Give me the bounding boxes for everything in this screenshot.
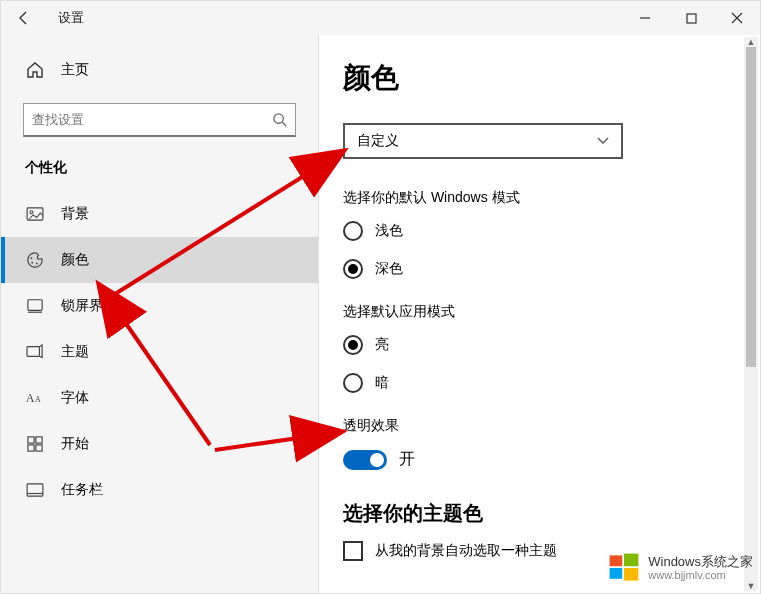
svg-rect-25: [610, 568, 623, 579]
home-icon: [25, 61, 45, 79]
svg-point-8: [36, 263, 38, 265]
transparency-toggle[interactable]: [343, 450, 387, 470]
toggle-state-label: 开: [399, 449, 415, 470]
sidebar-item-label: 颜色: [61, 251, 89, 269]
svg-rect-11: [27, 347, 39, 357]
radio-label: 暗: [375, 374, 389, 392]
radio-label: 浅色: [375, 222, 403, 240]
vertical-scrollbar[interactable]: ▲ ▼: [744, 37, 758, 591]
home-label: 主页: [61, 61, 89, 79]
sidebar-item-start[interactable]: 开始: [1, 421, 318, 467]
arrow-left-icon: [16, 10, 32, 26]
windows-mode-light-radio[interactable]: 浅色: [343, 221, 736, 241]
theme-icon: [25, 344, 45, 360]
windows-mode-group: 选择你的默认 Windows 模式 浅色 深色: [343, 189, 736, 279]
app-mode-label: 选择默认应用模式: [343, 303, 736, 321]
dropdown-value: 自定义: [357, 132, 399, 150]
minimize-icon: [639, 12, 651, 24]
watermark: Windows系统之家 www.bjjmlv.com: [606, 550, 753, 586]
sidebar-item-taskbar[interactable]: 任务栏: [1, 467, 318, 513]
settings-window: 设置 主页 个性化: [0, 0, 761, 594]
search-icon: [272, 112, 287, 127]
sidebar-item-themes[interactable]: 主题: [1, 329, 318, 375]
accent-label: 选择你的主题色: [343, 500, 736, 527]
svg-rect-1: [687, 14, 696, 23]
svg-rect-23: [610, 555, 623, 566]
close-button[interactable]: [714, 1, 760, 35]
sidebar-item-label: 背景: [61, 205, 89, 223]
svg-text:A: A: [26, 392, 35, 404]
svg-point-2: [274, 114, 283, 123]
font-icon: AA: [25, 390, 45, 406]
maximize-icon: [686, 13, 697, 24]
radio-icon: [343, 221, 363, 241]
window-title: 设置: [58, 9, 84, 27]
windows-mode-label: 选择你的默认 Windows 模式: [343, 189, 736, 207]
transparency-toggle-row: 开: [343, 449, 736, 470]
svg-rect-18: [27, 484, 43, 496]
svg-rect-24: [624, 554, 638, 567]
radio-label: 深色: [375, 260, 403, 278]
search-box[interactable]: [23, 103, 296, 137]
sidebar-item-lockscreen[interactable]: 锁屏界面: [1, 283, 318, 329]
sidebar-item-label: 任务栏: [61, 481, 103, 499]
svg-rect-17: [36, 445, 42, 451]
radio-icon: [343, 373, 363, 393]
svg-line-3: [282, 122, 286, 126]
chevron-down-icon: [597, 137, 609, 145]
search-input[interactable]: [32, 112, 272, 127]
sidebar-item-background[interactable]: 背景: [1, 191, 318, 237]
scrollbar-thumb[interactable]: [746, 47, 756, 367]
sidebar: 主页 个性化 背景 颜色: [1, 35, 319, 593]
watermark-brand: Windows系统之家: [648, 555, 753, 569]
minimize-button[interactable]: [622, 1, 668, 35]
radio-icon: [343, 335, 363, 355]
picture-icon: [25, 207, 45, 221]
page-title: 颜色: [343, 59, 736, 97]
svg-rect-9: [28, 300, 42, 311]
sidebar-item-label: 主题: [61, 343, 89, 361]
maximize-button[interactable]: [668, 1, 714, 35]
title-bar: 设置: [1, 1, 760, 35]
back-button[interactable]: [1, 1, 46, 35]
radio-icon: [343, 259, 363, 279]
svg-point-5: [30, 211, 33, 214]
svg-rect-14: [28, 437, 34, 443]
category-label: 个性化: [1, 159, 318, 191]
home-link[interactable]: 主页: [1, 49, 318, 91]
transparency-group: 透明效果 开: [343, 417, 736, 470]
main-content: 颜色 自定义 选择你的默认 Windows 模式 浅色 深色: [319, 35, 760, 593]
sidebar-item-label: 开始: [61, 435, 89, 453]
close-icon: [731, 12, 743, 24]
svg-rect-15: [36, 437, 42, 443]
svg-point-6: [31, 257, 33, 259]
transparency-label: 透明效果: [343, 417, 736, 435]
color-mode-dropdown[interactable]: 自定义: [343, 123, 623, 159]
lock-screen-icon: [25, 298, 45, 314]
taskbar-icon: [25, 483, 45, 497]
svg-rect-26: [624, 568, 638, 581]
start-icon: [25, 436, 45, 452]
svg-point-7: [31, 262, 33, 264]
palette-icon: [25, 251, 45, 269]
checkbox-label: 从我的背景自动选取一种主题: [375, 542, 557, 560]
svg-rect-16: [28, 445, 34, 451]
sidebar-item-fonts[interactable]: AA 字体: [1, 375, 318, 421]
windows-mode-dark-radio[interactable]: 深色: [343, 259, 736, 279]
checkbox-icon: [343, 541, 363, 561]
watermark-url: www.bjjmlv.com: [648, 569, 753, 581]
sidebar-item-colors[interactable]: 颜色: [1, 237, 318, 283]
windows-logo-icon: [606, 550, 642, 586]
window-body: 主页 个性化 背景 颜色: [1, 35, 760, 593]
radio-label: 亮: [375, 336, 389, 354]
app-mode-group: 选择默认应用模式 亮 暗: [343, 303, 736, 393]
sidebar-item-label: 字体: [61, 389, 89, 407]
svg-text:A: A: [35, 395, 41, 404]
sidebar-item-label: 锁屏界面: [61, 297, 117, 315]
app-mode-light-radio[interactable]: 亮: [343, 335, 736, 355]
app-mode-dark-radio[interactable]: 暗: [343, 373, 736, 393]
